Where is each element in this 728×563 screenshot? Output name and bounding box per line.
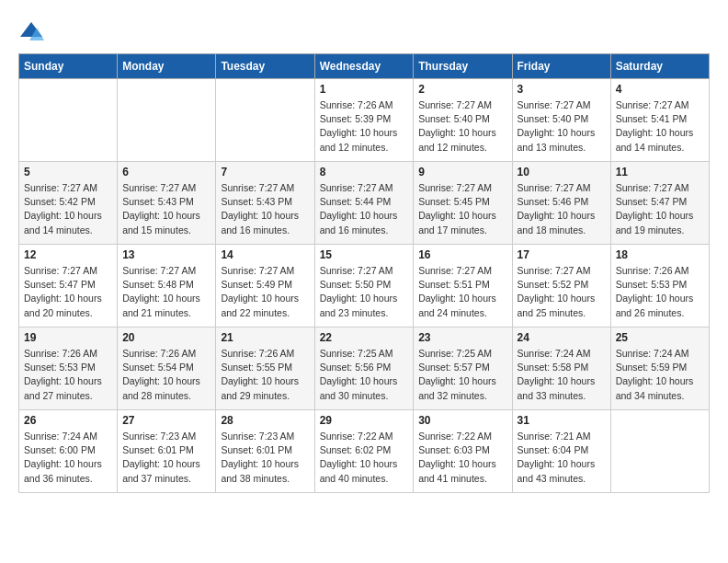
- calendar-cell: 25Sunrise: 7:24 AM Sunset: 5:59 PM Dayli…: [610, 327, 709, 410]
- calendar-cell: 26Sunrise: 7:24 AM Sunset: 6:00 PM Dayli…: [19, 410, 118, 493]
- day-number: 16: [418, 248, 506, 261]
- day-number: 23: [418, 331, 506, 344]
- day-info: Sunrise: 7:24 AM Sunset: 5:59 PM Dayligh…: [616, 347, 704, 403]
- day-info: Sunrise: 7:27 AM Sunset: 5:41 PM Dayligh…: [616, 98, 704, 155]
- day-info: Sunrise: 7:22 AM Sunset: 6:03 PM Dayligh…: [418, 430, 506, 486]
- logo: [18, 18, 48, 44]
- day-number: 17: [518, 248, 606, 261]
- day-number: 12: [24, 248, 112, 261]
- day-info: Sunrise: 7:23 AM Sunset: 6:01 PM Dayligh…: [221, 430, 309, 486]
- day-info: Sunrise: 7:27 AM Sunset: 5:45 PM Dayligh…: [418, 181, 506, 237]
- calendar-week-1: 1Sunrise: 7:26 AM Sunset: 5:39 PM Daylig…: [19, 79, 710, 162]
- day-info: Sunrise: 7:27 AM Sunset: 5:51 PM Dayligh…: [418, 264, 506, 320]
- calendar-cell: 23Sunrise: 7:25 AM Sunset: 5:57 PM Dayli…: [414, 327, 512, 410]
- day-number: 10: [518, 166, 606, 178]
- calendar-week-3: 12Sunrise: 7:27 AM Sunset: 5:47 PM Dayli…: [19, 245, 710, 327]
- day-number: 19: [24, 331, 112, 344]
- day-info: Sunrise: 7:27 AM Sunset: 5:49 PM Dayligh…: [221, 264, 309, 320]
- logo-icon: [18, 18, 44, 44]
- day-info: Sunrise: 7:27 AM Sunset: 5:48 PM Dayligh…: [122, 264, 210, 320]
- calendar-cell: 10Sunrise: 7:27 AM Sunset: 5:46 PM Dayli…: [512, 162, 610, 245]
- calendar-cell: 12Sunrise: 7:27 AM Sunset: 5:47 PM Dayli…: [19, 245, 118, 327]
- calendar-cell: [118, 79, 216, 162]
- day-number: 25: [616, 331, 704, 344]
- calendar-cell: 29Sunrise: 7:22 AM Sunset: 6:02 PM Dayli…: [314, 410, 414, 493]
- day-info: Sunrise: 7:27 AM Sunset: 5:43 PM Dayligh…: [221, 181, 309, 237]
- calendar-cell: 16Sunrise: 7:27 AM Sunset: 5:51 PM Dayli…: [414, 245, 512, 327]
- calendar-cell: 6Sunrise: 7:27 AM Sunset: 5:43 PM Daylig…: [118, 162, 216, 245]
- calendar-cell: 3Sunrise: 7:27 AM Sunset: 5:40 PM Daylig…: [512, 79, 610, 162]
- day-info: Sunrise: 7:22 AM Sunset: 6:02 PM Dayligh…: [320, 430, 409, 486]
- calendar-cell: 28Sunrise: 7:23 AM Sunset: 6:01 PM Dayli…: [216, 410, 314, 493]
- day-number: 21: [221, 331, 309, 344]
- calendar-cell: 5Sunrise: 7:27 AM Sunset: 5:42 PM Daylig…: [19, 162, 118, 245]
- calendar-cell: 1Sunrise: 7:26 AM Sunset: 5:39 PM Daylig…: [314, 79, 414, 162]
- day-number: 9: [418, 166, 506, 178]
- day-info: Sunrise: 7:25 AM Sunset: 5:56 PM Dayligh…: [320, 347, 409, 403]
- calendar-cell: [216, 79, 314, 162]
- calendar-cell: 30Sunrise: 7:22 AM Sunset: 6:03 PM Dayli…: [414, 410, 512, 493]
- day-number: 6: [122, 166, 210, 178]
- calendar-cell: 19Sunrise: 7:26 AM Sunset: 5:53 PM Dayli…: [19, 327, 118, 410]
- day-number: 1: [320, 83, 409, 96]
- weekday-header-friday: Friday: [512, 54, 610, 79]
- day-number: 20: [122, 331, 210, 344]
- day-info: Sunrise: 7:21 AM Sunset: 6:04 PM Dayligh…: [518, 430, 606, 486]
- day-number: 4: [616, 83, 704, 96]
- calendar-cell: 11Sunrise: 7:27 AM Sunset: 5:47 PM Dayli…: [610, 162, 709, 245]
- calendar-cell: 21Sunrise: 7:26 AM Sunset: 5:55 PM Dayli…: [216, 327, 314, 410]
- day-number: 24: [518, 331, 606, 344]
- day-info: Sunrise: 7:26 AM Sunset: 5:54 PM Dayligh…: [122, 347, 210, 403]
- calendar-cell: [19, 79, 118, 162]
- day-info: Sunrise: 7:27 AM Sunset: 5:40 PM Dayligh…: [518, 98, 606, 155]
- day-info: Sunrise: 7:27 AM Sunset: 5:46 PM Dayligh…: [518, 181, 606, 237]
- calendar-cell: 31Sunrise: 7:21 AM Sunset: 6:04 PM Dayli…: [512, 410, 610, 493]
- day-info: Sunrise: 7:27 AM Sunset: 5:52 PM Dayligh…: [518, 264, 606, 320]
- day-info: Sunrise: 7:27 AM Sunset: 5:43 PM Dayligh…: [122, 181, 210, 237]
- day-number: 3: [518, 83, 606, 96]
- weekday-header-sunday: Sunday: [19, 54, 118, 79]
- day-info: Sunrise: 7:26 AM Sunset: 5:53 PM Dayligh…: [616, 264, 704, 320]
- calendar-cell: 4Sunrise: 7:27 AM Sunset: 5:41 PM Daylig…: [610, 79, 709, 162]
- calendar-cell: 18Sunrise: 7:26 AM Sunset: 5:53 PM Dayli…: [610, 245, 709, 327]
- day-info: Sunrise: 7:27 AM Sunset: 5:50 PM Dayligh…: [320, 264, 409, 320]
- page-header: [18, 18, 710, 44]
- day-info: Sunrise: 7:27 AM Sunset: 5:47 PM Dayligh…: [24, 264, 112, 320]
- calendar-cell: 15Sunrise: 7:27 AM Sunset: 5:50 PM Dayli…: [314, 245, 414, 327]
- day-number: 2: [418, 83, 506, 96]
- calendar-week-5: 26Sunrise: 7:24 AM Sunset: 6:00 PM Dayli…: [19, 410, 710, 493]
- day-info: Sunrise: 7:26 AM Sunset: 5:53 PM Dayligh…: [24, 347, 112, 403]
- day-number: 26: [24, 414, 112, 427]
- calendar-cell: 24Sunrise: 7:24 AM Sunset: 5:58 PM Dayli…: [512, 327, 610, 410]
- day-info: Sunrise: 7:25 AM Sunset: 5:57 PM Dayligh…: [418, 347, 506, 403]
- day-info: Sunrise: 7:24 AM Sunset: 6:00 PM Dayligh…: [24, 430, 112, 486]
- calendar-table: SundayMondayTuesdayWednesdayThursdayFrid…: [18, 53, 710, 493]
- day-info: Sunrise: 7:27 AM Sunset: 5:44 PM Dayligh…: [320, 181, 409, 237]
- day-number: 8: [320, 166, 409, 178]
- day-number: 14: [221, 248, 309, 261]
- day-number: 29: [320, 414, 409, 427]
- day-number: 31: [518, 414, 606, 427]
- day-number: 15: [320, 248, 409, 261]
- day-info: Sunrise: 7:27 AM Sunset: 5:40 PM Dayligh…: [418, 98, 506, 155]
- calendar-cell: 20Sunrise: 7:26 AM Sunset: 5:54 PM Dayli…: [118, 327, 216, 410]
- day-number: 18: [616, 248, 704, 261]
- weekday-header-tuesday: Tuesday: [216, 54, 314, 79]
- calendar-week-4: 19Sunrise: 7:26 AM Sunset: 5:53 PM Dayli…: [19, 327, 710, 410]
- calendar-cell: 2Sunrise: 7:27 AM Sunset: 5:40 PM Daylig…: [414, 79, 512, 162]
- day-info: Sunrise: 7:24 AM Sunset: 5:58 PM Dayligh…: [518, 347, 606, 403]
- calendar-cell: 13Sunrise: 7:27 AM Sunset: 5:48 PM Dayli…: [118, 245, 216, 327]
- day-info: Sunrise: 7:23 AM Sunset: 6:01 PM Dayligh…: [122, 430, 210, 486]
- calendar-cell: 17Sunrise: 7:27 AM Sunset: 5:52 PM Dayli…: [512, 245, 610, 327]
- calendar-week-2: 5Sunrise: 7:27 AM Sunset: 5:42 PM Daylig…: [19, 162, 710, 245]
- day-info: Sunrise: 7:26 AM Sunset: 5:39 PM Dayligh…: [320, 98, 409, 155]
- calendar-cell: 8Sunrise: 7:27 AM Sunset: 5:44 PM Daylig…: [314, 162, 414, 245]
- day-info: Sunrise: 7:27 AM Sunset: 5:42 PM Dayligh…: [24, 181, 112, 237]
- calendar-cell: 27Sunrise: 7:23 AM Sunset: 6:01 PM Dayli…: [118, 410, 216, 493]
- day-number: 22: [320, 331, 409, 344]
- calendar-cell: [610, 410, 709, 493]
- weekday-header-row: SundayMondayTuesdayWednesdayThursdayFrid…: [19, 54, 710, 79]
- weekday-header-saturday: Saturday: [610, 54, 709, 79]
- day-number: 7: [221, 166, 309, 178]
- calendar-cell: 14Sunrise: 7:27 AM Sunset: 5:49 PM Dayli…: [216, 245, 314, 327]
